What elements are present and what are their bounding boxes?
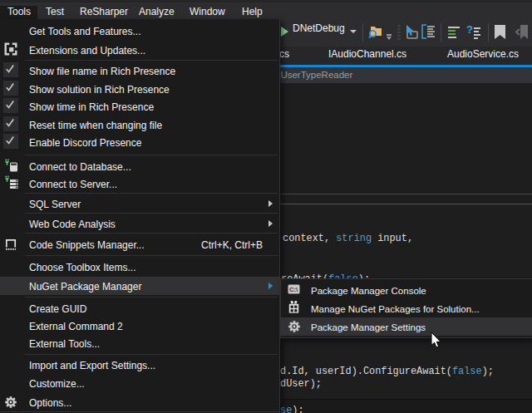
svg-text:?: ? — [466, 24, 473, 36]
svg-text:C:\: C:\ — [289, 286, 298, 293]
